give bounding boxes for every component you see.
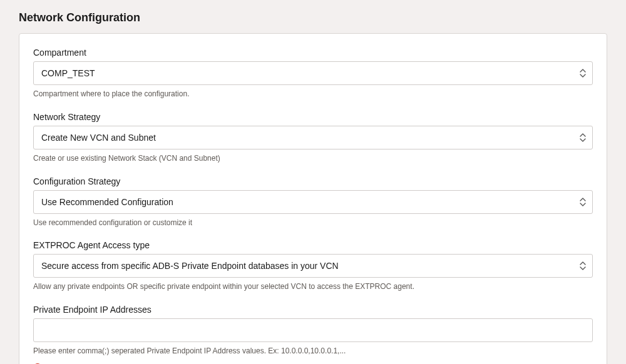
network-strategy-field: Network Strategy Create New VCN and Subn…: [33, 112, 593, 164]
section-title: Network Configuration: [19, 11, 607, 24]
private-endpoint-ips-field: Private Endpoint IP Addresses Please ent…: [33, 305, 593, 364]
network-strategy-select[interactable]: Create New VCN and Subnet: [33, 126, 593, 149]
extproc-access-select[interactable]: Secure access from specific ADB-S Privat…: [33, 254, 593, 278]
compartment-help: Compartment where to place the configura…: [33, 89, 593, 99]
private-endpoint-ips-label: Private Endpoint IP Addresses: [33, 305, 593, 315]
network-strategy-label: Network Strategy: [33, 112, 593, 122]
network-strategy-value: Create New VCN and Subnet: [41, 133, 156, 143]
compartment-field: Compartment COMP_TEST Compartment where …: [33, 48, 593, 99]
extproc-access-value: Secure access from specific ADB-S Privat…: [41, 261, 339, 271]
config-strategy-field: Configuration Strategy Use Recommended C…: [33, 176, 593, 228]
compartment-label: Compartment: [33, 48, 593, 58]
config-strategy-help: Use recommended configuration or customi…: [33, 218, 593, 228]
extproc-access-help: Allow any private endpoints OR specific …: [33, 281, 593, 292]
network-config-panel: Compartment COMP_TEST Compartment where …: [19, 33, 607, 364]
config-strategy-label: Configuration Strategy: [33, 176, 593, 186]
config-strategy-value: Use Recommended Configuration: [41, 197, 173, 207]
extproc-access-field: EXTPROC Agent Access type Secure access …: [33, 240, 593, 292]
network-strategy-help: Create or use existing Network Stack (VC…: [33, 153, 593, 164]
extproc-access-label: EXTPROC Agent Access type: [33, 240, 593, 250]
config-strategy-select[interactable]: Use Recommended Configuration: [33, 190, 593, 214]
private-endpoint-ips-help: Please enter comma(;) seperated Private …: [33, 346, 593, 356]
compartment-select[interactable]: COMP_TEST: [33, 61, 593, 85]
private-endpoint-ips-input[interactable]: [33, 318, 593, 342]
compartment-value: COMP_TEST: [41, 68, 95, 78]
